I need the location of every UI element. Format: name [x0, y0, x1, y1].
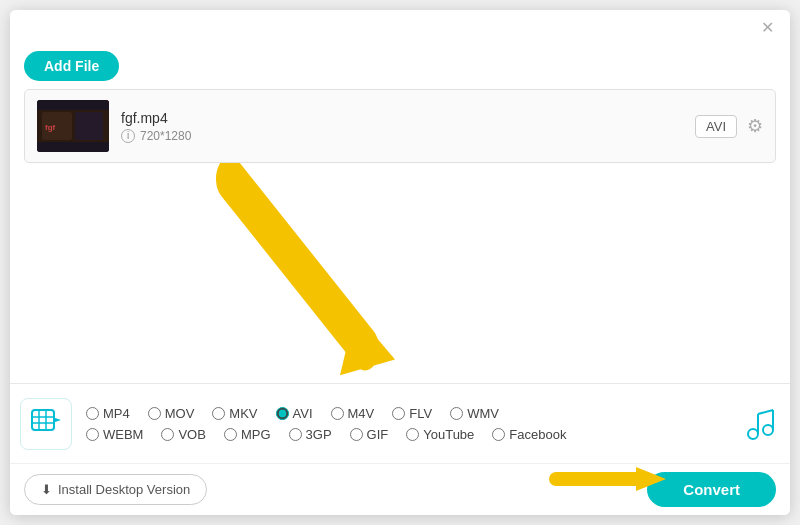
- music-icon-box[interactable]: [740, 404, 780, 444]
- file-actions: AVI ⚙: [695, 115, 763, 138]
- radio-flv[interactable]: FLV: [392, 406, 432, 421]
- radio-mkv[interactable]: MKV: [212, 406, 257, 421]
- settings-icon[interactable]: ⚙: [747, 115, 763, 137]
- svg-rect-8: [32, 410, 54, 430]
- radio-mp4[interactable]: MP4: [86, 406, 130, 421]
- title-bar: ✕: [10, 10, 790, 43]
- radio-mov[interactable]: MOV: [148, 406, 195, 421]
- thumbnail-preview: fgf: [37, 100, 109, 152]
- radio-webm[interactable]: WEBM: [86, 427, 143, 442]
- video-format-icon-box: [20, 398, 72, 450]
- svg-line-6: [230, 179, 365, 349]
- file-info: fgf.mp4 i 720*1280: [121, 110, 683, 143]
- radio-vob[interactable]: VOB: [161, 427, 205, 442]
- radio-m4v[interactable]: M4V: [331, 406, 375, 421]
- svg-line-18: [758, 410, 773, 414]
- format-row-2: WEBM VOB MPG 3GP GIF YouTube: [86, 427, 730, 442]
- toolbar: Add File: [10, 43, 790, 89]
- install-label: Install Desktop Version: [58, 482, 190, 497]
- file-meta: i 720*1280: [121, 129, 683, 143]
- file-item: fgf fgf.mp4 i 720*1280 AVI ⚙: [24, 89, 776, 163]
- format-badge[interactable]: AVI: [695, 115, 737, 138]
- file-thumbnail: fgf: [37, 100, 109, 152]
- radio-youtube[interactable]: YouTube: [406, 427, 474, 442]
- arrow-area: [10, 163, 790, 383]
- radio-3gp[interactable]: 3GP: [289, 427, 332, 442]
- svg-marker-7: [340, 312, 395, 375]
- radio-mpg[interactable]: MPG: [224, 427, 271, 442]
- file-name: fgf.mp4: [121, 110, 683, 126]
- svg-marker-13: [55, 418, 61, 422]
- convert-button[interactable]: Convert: [647, 472, 776, 507]
- format-options: MP4 MOV MKV AVI M4V FLV WM: [86, 406, 730, 442]
- svg-text:fgf: fgf: [45, 123, 56, 132]
- download-icon: ⬇: [41, 482, 52, 497]
- file-list: fgf fgf.mp4 i 720*1280 AVI ⚙: [10, 89, 790, 163]
- svg-point-15: [763, 425, 773, 435]
- radio-avi[interactable]: AVI: [276, 406, 313, 421]
- radio-facebook[interactable]: Facebook: [492, 427, 566, 442]
- info-icon: i: [121, 129, 135, 143]
- format-row-1: MP4 MOV MKV AVI M4V FLV WM: [86, 406, 730, 421]
- arrow-annotation: [10, 163, 790, 383]
- main-window: ✕ Add File fgf fgf.mp4: [10, 10, 790, 515]
- bottom-bar: MP4 MOV MKV AVI M4V FLV WM: [10, 383, 790, 463]
- radio-gif[interactable]: GIF: [350, 427, 389, 442]
- install-desktop-button[interactable]: ⬇ Install Desktop Version: [24, 474, 207, 505]
- add-file-button[interactable]: Add File: [24, 51, 119, 81]
- radio-wmv[interactable]: WMV: [450, 406, 499, 421]
- svg-rect-3: [75, 112, 103, 140]
- video-icon: [31, 405, 61, 442]
- close-button[interactable]: ✕: [755, 16, 780, 39]
- footer: ⬇ Install Desktop Version Convert: [10, 463, 790, 515]
- svg-point-14: [748, 429, 758, 439]
- file-resolution: 720*1280: [140, 129, 191, 143]
